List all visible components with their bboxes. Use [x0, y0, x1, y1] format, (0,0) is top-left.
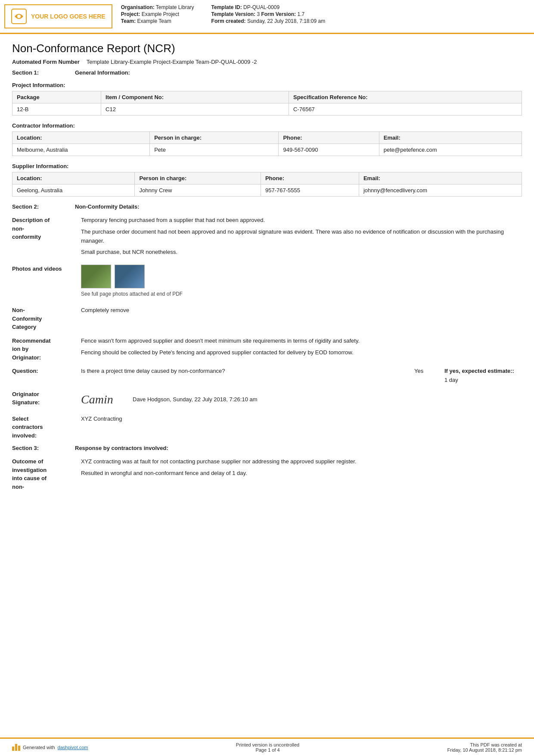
header-meta: Organisation: Template Library Project: … — [121, 4, 525, 28]
signature-image: Camin — [81, 390, 124, 409]
footer-center-line2: Page 1 of 4 — [236, 747, 299, 753]
nc-category-row: Non-ConformityCategory Completely remove — [12, 306, 522, 331]
recommendation-row: Recommendation byOriginator: Fence wasn'… — [12, 337, 522, 362]
footer-logo: Generated with dashpivot.com — [12, 744, 88, 751]
form-number-value: Template Library-Example Project-Example… — [87, 59, 257, 65]
header-col-right: Template ID: DP-QUAL-0009 Template Versi… — [211, 4, 326, 28]
originator-sig-value: Camin Dave Hodgson, Sunday, 22 July 2018… — [81, 390, 522, 409]
dashpivot-link[interactable]: dashpivot.com — [58, 745, 88, 750]
originator-sig-row: OriginatorSignature: Camin Dave Hodgson,… — [12, 390, 522, 409]
photos-label: Photos and videos — [12, 265, 81, 301]
section2-heading: Section 2: Non-Conformity Details: — [12, 203, 522, 210]
contractor-header-row: Location: Person in charge: Phone: Email… — [12, 132, 522, 144]
project-data-row: 12-B C12 C-76567 — [12, 103, 522, 116]
description-value: Temporary fencing purchased from a suppl… — [81, 216, 522, 259]
project-item-value: C12 — [101, 103, 289, 116]
project-col-item: Item / Component No: — [101, 91, 289, 103]
footer-center: Printed version is uncontrolled Page 1 o… — [236, 742, 299, 753]
recommendation-label: Recommendation byOriginator: — [12, 337, 81, 362]
question-text: Is there a project time delay caused by … — [81, 367, 406, 376]
contractor-col-phone: Phone: — [279, 132, 379, 144]
footer-logo-icon — [12, 744, 20, 751]
section1-label: Section 1: — [12, 69, 68, 76]
project-table-header-row: Package Item / Component No: Specificati… — [12, 91, 522, 103]
signature-area: Camin Dave Hodgson, Sunday, 22 July 2018… — [81, 390, 522, 409]
contractors-label: Selectcontractorsinvolved: — [12, 415, 81, 440]
footer-center-line1: Printed version is uncontrolled — [236, 742, 299, 747]
contractor-col-person: Person in charge: — [150, 132, 279, 144]
header-col-left: Organisation: Template Library Project: … — [121, 4, 194, 28]
footer-generated-text: Generated with — [23, 745, 55, 750]
supplier-header-row: Location: Person in charge: Phone: Email… — [12, 172, 522, 184]
project-spec-value: C-76567 — [289, 103, 522, 116]
supplier-location-value: Geelong, Australia — [12, 184, 135, 197]
photo-thumb-2 — [115, 265, 145, 288]
contractor-person-value: Pete — [150, 144, 279, 156]
contractors-value: XYZ Contracting — [81, 415, 522, 440]
photos-row: Photos and videos See full page photos a… — [12, 265, 522, 301]
description-label: Description ofnon-conformity — [12, 216, 81, 259]
description-line-2: The purchase order document had not been… — [81, 228, 522, 246]
section1-heading: Section 1: General Information: — [12, 69, 522, 76]
outcome-row: Outcome ofinvestigationinto cause ofnon-… — [12, 457, 522, 491]
outcome-value: XYZ contracting was at fault for not con… — [81, 457, 522, 491]
contractor-email-value: pete@petefence.com — [379, 144, 522, 156]
contractor-data-row: Melbourne, Australia Pete 949-567-0090 p… — [12, 144, 522, 156]
project-col-spec: Specification Reference No: — [289, 91, 522, 103]
photos-value: See full page photos attached at end of … — [81, 265, 522, 301]
report-title: Non-Conformance Report (NCR) — [12, 42, 522, 55]
team-line: Team: Example Team — [121, 18, 194, 24]
section3-heading: Section 3: Response by contractors invol… — [12, 445, 522, 451]
supplier-col-person: Person in charge: — [135, 172, 261, 184]
description-row: Description ofnon-conformity Temporary f… — [12, 216, 522, 259]
contractor-info-table: Location: Person in charge: Phone: Email… — [12, 131, 522, 156]
recommendation-value: Fence wasn't form approved supplier and … — [81, 337, 522, 362]
outcome-line-2: Resulted in wrongful and non-conformant … — [81, 469, 522, 478]
supplier-col-location: Location: — [12, 172, 135, 184]
section3-value: Response by contractors involved: — [75, 445, 168, 451]
svg-point-1 — [17, 15, 21, 18]
question-estimate: If yes, expected estimate::1 day — [444, 367, 522, 385]
project-info-heading: Project Information: — [12, 82, 522, 88]
nc-category-value: Completely remove — [81, 306, 522, 331]
section1-value: General Information: — [75, 69, 130, 76]
form-number-label: Automated Form Number — [12, 59, 80, 65]
outcome-label: Outcome ofinvestigationinto cause ofnon- — [12, 457, 81, 491]
supplier-person-value: Johnny Crew — [135, 184, 261, 197]
supplier-email-value: johnny@fencedlivery.com — [359, 184, 522, 197]
bar2 — [15, 744, 17, 751]
project-package-value: 12-B — [12, 103, 101, 116]
template-id-line: Template ID: DP-QUAL-0009 — [211, 4, 326, 10]
section2-label: Section 2: — [12, 203, 68, 210]
contractor-phone-value: 949-567-0090 — [279, 144, 379, 156]
signature-meta: Dave Hodgson, Sunday, 22 July 2018, 7:26… — [133, 395, 258, 404]
contractor-info-heading: Contractor Information: — [12, 122, 522, 129]
photos-thumbnails — [81, 265, 522, 288]
question-label: Question: — [12, 367, 81, 385]
org-line: Organisation: Template Library — [121, 4, 194, 10]
contractor-col-email: Email: — [379, 132, 522, 144]
supplier-data-row: Geelong, Australia Johnny Crew 957-767-5… — [12, 184, 522, 197]
supplier-col-email: Email: — [359, 172, 522, 184]
bar1 — [12, 747, 14, 751]
project-line: Project: Example Project — [121, 11, 194, 17]
project-col-package: Package — [12, 91, 101, 103]
recommendation-line-2: Fencing should be collected by Pete's fe… — [81, 348, 522, 357]
photos-caption: See full page photos attached at end of … — [81, 290, 522, 298]
logo-area: YOUR LOGO GOES HERE — [4, 4, 112, 28]
footer-right-line2: Friday, 10 August 2018, 8:21:12 pm — [447, 747, 522, 753]
template-version-line: Template Version: 3 Form Version: 1.7 — [211, 11, 326, 17]
bar3 — [18, 746, 20, 751]
section3-label: Section 3: — [12, 445, 68, 451]
form-created-line: Form created: Sunday, 22 July 2018, 7:18… — [211, 18, 326, 24]
supplier-info-heading: Supplier Information: — [12, 163, 522, 169]
supplier-col-phone: Phone: — [261, 172, 359, 184]
description-line-3: Small purchase, but NCR nonetheless. — [81, 248, 522, 257]
question-value: Is there a project time delay caused by … — [81, 367, 522, 385]
header: YOUR LOGO GOES HERE Organisation: Templa… — [0, 0, 534, 34]
question-row: Question: Is there a project time delay … — [12, 367, 522, 385]
project-info-table: Package Item / Component No: Specificati… — [12, 91, 522, 116]
footer: Generated with dashpivot.com Printed ver… — [0, 737, 534, 756]
logo-icon — [11, 9, 27, 24]
outcome-line-1: XYZ contracting was at fault for not con… — [81, 457, 522, 466]
